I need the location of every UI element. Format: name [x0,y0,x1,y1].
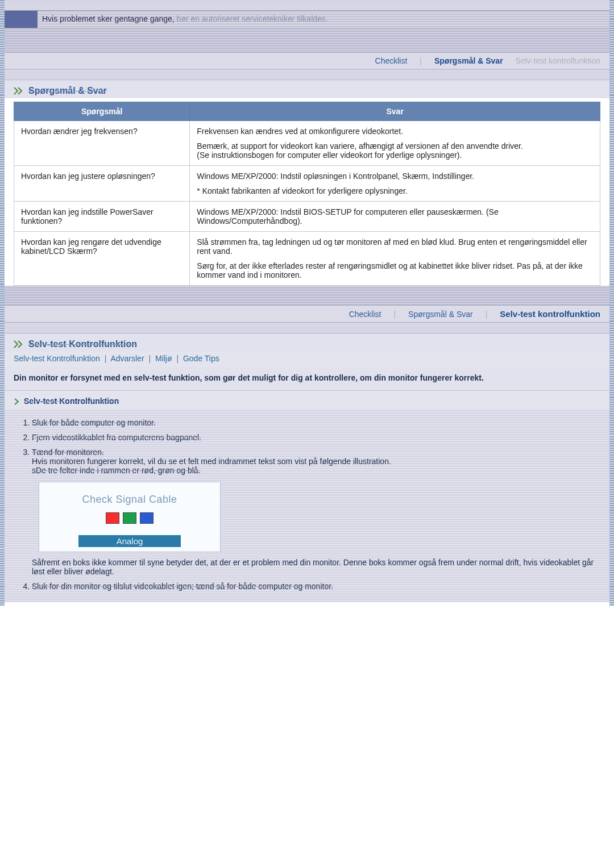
qa-section-header: Spørgsmål & Svar [5,80,609,98]
check-signal-cable-box: Check Signal Cable Analog [39,482,221,552]
sublink-godetips[interactable]: Gode Tips [183,354,219,363]
top-note-bar: Hvis problemet sker gentagne gange, bør … [5,10,609,28]
qa-answer: Windows ME/XP/2000: Indstil BIOS-SETUP f… [190,202,600,232]
qa-question: Hvordan kan jeg indstille PowerSaver fun… [14,202,190,232]
selftest-mini-header: Selv-test Kontrolfunktion [5,391,609,409]
qa-question: Hvordan ændrer jeg frekvensen? [14,121,190,166]
subnav-qa-link[interactable]: Spørgsmål & Svar [408,310,473,319]
subnav-checklist-link[interactable]: Checklist [375,56,408,65]
table-row: Hvordan ændrer jeg frekvensen? Frekvense… [14,121,600,166]
qa-header-answer: Svar [190,102,600,121]
subnav-checklist-link[interactable]: Checklist [349,310,381,319]
subnav-1: Checklist | Spørgsmål & Svar Selv-test k… [5,52,609,69]
top-note-text: Hvis problemet sker gentagne gange, bør … [38,11,333,28]
table-row: Hvordan kan jeg indstille PowerSaver fun… [14,202,600,232]
stripe-decoration [5,323,609,333]
selftest-steps: Sluk for både computer og monitor. Fjern… [5,409,609,602]
green-square-icon [123,512,136,524]
selftest-mini-header-text: Selv-test Kontrolfunktion [24,397,119,406]
list-item: Tænd for monitoren. Hvis monitoren funge… [32,448,600,576]
separator-icon: | [420,56,422,65]
list-item: Sluk for både computer og monitor. [32,418,600,427]
subnav-selftest-link[interactable]: Selv-test kontrolfunktion [500,309,600,319]
separator-icon: | [176,354,179,363]
stripe-decoration [5,28,609,52]
double-chevron-icon [14,340,24,348]
red-square-icon [106,512,119,524]
rgb-squares [45,512,214,524]
subnav-qa-link[interactable]: Spørgsmål & Svar [434,56,503,65]
stripe-decoration [5,602,609,606]
qa-section-title: Spørgsmål & Svar [28,86,107,96]
step-3-note: Såfremt en boks ikke kommer til syne bet… [32,558,600,576]
sublink-miljo[interactable]: Miljø [155,354,172,363]
step-3b-text: Hvis monitoren fungerer korrekt, vil du … [32,457,391,466]
selftest-intro: Din monitor er forsynet med en selv-test… [5,368,609,391]
list-item: Fjern videostikkablet fra computerens ba… [32,433,600,442]
qa-answer: Slå strømmen fra, tag ledningen ud og tø… [190,232,600,286]
separator-icon: | [393,310,396,319]
subnav-2: Checklist | Spørgsmål & Svar | Selv-test… [5,305,609,323]
selftest-sublinks: Selv-test Kontrolfunktion | Advarsler | … [5,352,609,368]
top-note-prefix: Hvis problemet sker gentagne gange, [42,14,177,23]
qa-answer: Windows ME/XP/2000: Indstil opløsningen … [190,166,600,202]
qa-answer: Frekvensen kan ændres ved at omkonfigure… [190,121,600,166]
list-item: Sluk for din monitor og tilslut videokab… [32,582,600,591]
separator-icon: | [486,310,488,319]
qa-question: Hvordan kan jeg rengøre det udvendige ka… [14,232,190,286]
blue-square-icon [5,11,38,28]
sublink-selftest[interactable]: Selv-test Kontrolfunktion [14,354,100,363]
qa-header-question: Spørgsmål [14,102,190,121]
separator-icon: | [148,354,151,363]
step-3c-text: sDe tre felter inde i rammen er rød, grø… [32,466,200,475]
step-4-text: Sluk for din monitor og tilslut videokab… [32,582,333,591]
separator-icon: | [105,354,107,363]
selftest-section-header: Selv-test Kontrolfunktion [5,333,609,352]
analog-label: Analog [78,535,181,547]
top-note-suffix: bør en autoriseret servicetekniker tilka… [177,14,328,23]
step-2-text: Fjern videostikkablet fra computerens ba… [32,433,201,442]
table-row: Hvordan kan jeg justere opløsningen? Win… [14,166,600,202]
blue-square-icon [140,512,154,524]
stripe-decoration [5,69,609,80]
stripe-decoration [5,286,609,305]
sublink-advarsler[interactable]: Advarsler [110,354,144,363]
signal-box-title: Check Signal Cable [45,494,214,506]
step-3a-text: Tænd for monitoren. [32,448,104,457]
qa-table: Spørgsmål Svar Hvordan ændrer jeg frekve… [14,102,600,286]
stripe-decoration [5,0,609,10]
selftest-section-title: Selv-test Kontrolfunktion [28,339,137,349]
table-row: Hvordan kan jeg rengøre det udvendige ka… [14,232,600,286]
double-chevron-icon [14,87,24,95]
chevron-icon [14,398,20,404]
step-1-text: Sluk for både computer og monitor. [32,418,156,427]
qa-question: Hvordan kan jeg justere opløsningen? [14,166,190,202]
subnav-selftest-link[interactable]: Selv-test kontrolfunktion [516,56,600,65]
